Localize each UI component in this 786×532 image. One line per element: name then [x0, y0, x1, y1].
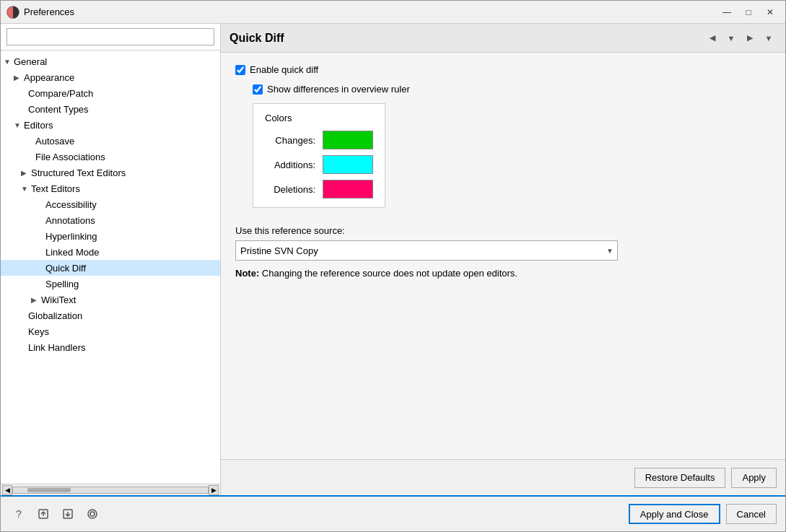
- app-icon: [6, 6, 19, 19]
- sidebar-item-editors[interactable]: ▼ Editors: [1, 117, 220, 133]
- nav-back-dropdown[interactable]: ▼: [723, 30, 739, 46]
- svg-point-3: [90, 512, 95, 516]
- enable-quick-diff-label[interactable]: Enable quick diff: [250, 64, 318, 75]
- bottom-left: ?: [9, 505, 102, 523]
- sidebar-item-keys[interactable]: Keys: [1, 323, 220, 339]
- sidebar-item-accessibility[interactable]: Accessibility: [1, 196, 220, 212]
- deletions-row: Deletions:: [265, 180, 373, 199]
- sidebar-scrollbar[interactable]: ◀ ▶: [1, 484, 220, 495]
- sidebar-item-compare-patch[interactable]: Compare/Patch: [1, 85, 220, 101]
- cancel-button[interactable]: Cancel: [726, 504, 777, 524]
- deletions-label: Deletions:: [265, 184, 315, 195]
- tree-container: ▼ General ▶ Appearance Compare/Patch Con…: [1, 51, 220, 484]
- sidebar-item-autosave[interactable]: Autosave: [1, 133, 220, 149]
- sidebar-item-general[interactable]: ▼ General: [1, 53, 220, 69]
- sidebar-item-hyperlinking[interactable]: Hyperlinking: [1, 228, 220, 244]
- restore-defaults-button[interactable]: Restore Defaults: [634, 468, 726, 488]
- changes-label: Changes:: [265, 135, 315, 146]
- preferences-window: Preferences — □ ✕ ▼ General ▶ Appear: [0, 0, 786, 532]
- export-button[interactable]: [34, 505, 53, 523]
- show-differences-checkbox[interactable]: [253, 84, 263, 95]
- panel-body: Enable quick diff Show differences in ov…: [221, 53, 785, 459]
- additions-row: Additions:: [265, 155, 373, 174]
- import-button[interactable]: [58, 505, 77, 523]
- scrollbar-thumb[interactable]: [27, 488, 71, 492]
- nav-forward-dropdown[interactable]: ▼: [761, 30, 777, 46]
- panel-nav: ◀ ▼ ▶ ▼: [704, 30, 777, 46]
- additions-label: Additions:: [265, 160, 315, 170]
- colors-group-title: Colors: [265, 113, 373, 123]
- maximize-button[interactable]: □: [739, 5, 758, 19]
- window-title: Preferences: [24, 6, 717, 17]
- changes-color-swatch[interactable]: [323, 131, 373, 149]
- search-box: [1, 24, 220, 51]
- scroll-right-btn[interactable]: ▶: [209, 485, 219, 495]
- sidebar-item-globalization[interactable]: Globalization: [1, 308, 220, 323]
- sidebar-item-structured-text-editors[interactable]: ▶ Structured Text Editors: [1, 165, 220, 180]
- sidebar-item-quick-diff[interactable]: Quick Diff: [1, 260, 220, 276]
- bottom-bar: ?: [1, 495, 785, 531]
- sidebar-item-spelling[interactable]: Spelling: [1, 276, 220, 292]
- arrow-icon: ▼: [4, 58, 14, 66]
- show-differences-label[interactable]: Show differences in overview ruler: [267, 84, 410, 95]
- main-content: ▼ General ▶ Appearance Compare/Patch Con…: [1, 24, 785, 495]
- colors-group: Colors Changes: Additions:: [253, 103, 385, 208]
- panel-title: Quick Diff: [230, 32, 284, 45]
- settings-button[interactable]: [83, 505, 102, 523]
- right-panel: Quick Diff ◀ ▼ ▶ ▼ Enable quick diff: [221, 24, 785, 495]
- reference-section: Use this reference source: Pristine SVN …: [235, 225, 771, 279]
- panel-header: Quick Diff ◀ ▼ ▶ ▼: [221, 24, 785, 53]
- indent-section: Show differences in overview ruler Color…: [253, 84, 771, 219]
- panel-footer: Restore Defaults Apply: [221, 459, 785, 495]
- arrow-icon: ▼: [14, 121, 24, 129]
- sidebar-item-appearance[interactable]: ▶ Appearance: [1, 69, 220, 85]
- sidebar-item-link-handlers[interactable]: Link Handlers: [1, 339, 220, 355]
- reference-source-label: Use this reference source:: [235, 225, 771, 236]
- window-controls: — □ ✕: [717, 5, 780, 19]
- deletions-color-swatch[interactable]: [323, 180, 373, 199]
- title-bar: Preferences — □ ✕: [1, 1, 785, 24]
- enable-quick-diff-row: Enable quick diff: [235, 64, 771, 75]
- sidebar-item-file-associations[interactable]: File Associations: [1, 149, 220, 165]
- changes-row: Changes:: [265, 131, 373, 149]
- apply-and-close-button[interactable]: Apply and Close: [629, 504, 720, 524]
- apply-button[interactable]: Apply: [731, 468, 777, 488]
- close-button[interactable]: ✕: [761, 5, 780, 19]
- nav-back-button[interactable]: ◀: [704, 30, 720, 46]
- sidebar-item-linked-mode[interactable]: Linked Mode: [1, 244, 220, 260]
- nav-forward-button[interactable]: ▶: [742, 30, 758, 46]
- bottom-right: Apply and Close Cancel: [629, 504, 777, 524]
- scroll-left-btn[interactable]: ◀: [2, 485, 12, 495]
- arrow-icon: ▶: [21, 169, 31, 177]
- arrow-icon: ▶: [31, 296, 41, 304]
- show-differences-row: Show differences in overview ruler: [253, 84, 771, 95]
- reference-source-select[interactable]: Pristine SVN Copy: [235, 240, 618, 261]
- note-text: Note: Changing the reference source does…: [235, 268, 771, 279]
- arrow-icon: ▶: [14, 74, 24, 82]
- reference-source-wrapper: Pristine SVN Copy ▼: [235, 240, 618, 261]
- arrow-icon: ▼: [21, 185, 31, 193]
- additions-color-swatch[interactable]: [323, 155, 373, 174]
- sidebar-item-wikitext[interactable]: ▶ WikiText: [1, 292, 220, 308]
- scrollbar-track[interactable]: [12, 487, 209, 494]
- search-input[interactable]: [6, 28, 214, 45]
- note-bold: Note:: [235, 268, 259, 279]
- sidebar-item-annotations[interactable]: Annotations: [1, 212, 220, 228]
- note-content: Changing the reference source does not u…: [262, 268, 518, 279]
- minimize-button[interactable]: —: [717, 5, 736, 19]
- svg-point-4: [88, 510, 97, 518]
- enable-quick-diff-checkbox[interactable]: [235, 65, 245, 75]
- sidebar-item-content-types[interactable]: Content Types: [1, 101, 220, 117]
- sidebar-item-text-editors[interactable]: ▼ Text Editors: [1, 180, 220, 196]
- help-button[interactable]: ?: [9, 505, 28, 523]
- sidebar: ▼ General ▶ Appearance Compare/Patch Con…: [1, 24, 221, 495]
